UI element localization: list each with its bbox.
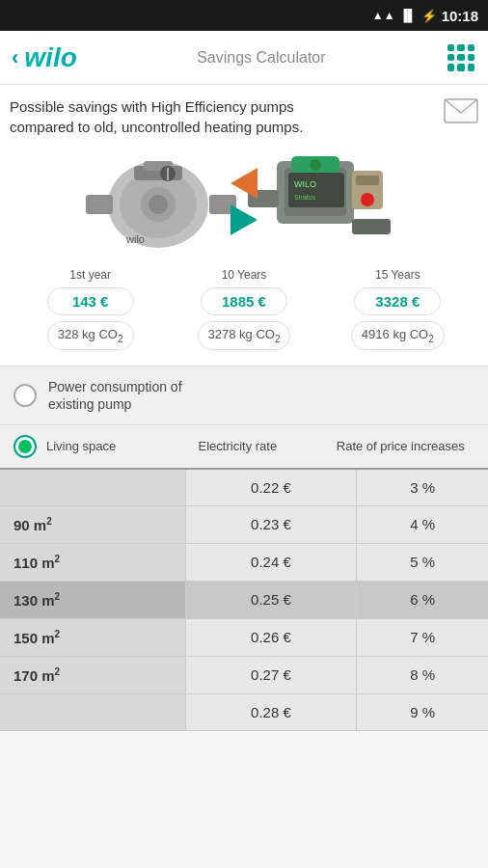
table-row[interactable]: 110 m20.24 €5 % (0, 543, 488, 581)
living-space-cell: 130 m2 (0, 581, 185, 618)
data-table: 0.22 €3 %90 m20.23 €4 %110 m20.24 €5 %13… (0, 470, 488, 731)
new-pump-image: WILO Stratos (248, 147, 402, 257)
battery-icon: ⚡ (421, 9, 437, 23)
living-space-cell: 90 m2 (0, 505, 185, 543)
selector-label-rate[interactable]: Electricity rate (199, 439, 337, 453)
old-pump-image: wilo (86, 147, 240, 257)
email-button[interactable] (444, 98, 478, 127)
electricity-rate-cell: 0.23 € (185, 505, 356, 543)
savings-euro-1: 143 € (47, 287, 134, 315)
savings-co2-15: 4916 kg CO2 (351, 321, 445, 350)
year-label-10: 10 Years (222, 268, 267, 282)
price-increase-cell: 5 % (357, 543, 488, 581)
savings-euro-15: 3328 € (354, 287, 441, 315)
electricity-rate-cell: 0.27 € (185, 656, 356, 693)
price-increase-cell: 7 % (357, 618, 488, 656)
svg-point-15 (310, 159, 321, 171)
selector-labels: Living space Electricity rate Rate of pr… (46, 439, 474, 453)
table-row[interactable]: 0.28 €9 % (0, 693, 488, 730)
power-label: Power consumption of existing pump (48, 378, 182, 413)
status-time: 10:18 (442, 8, 478, 24)
savings-co2-10: 3278 kg CO2 (198, 321, 291, 350)
svg-text:wilo: wilo (125, 233, 145, 245)
electricity-rate-cell: 0.28 € (185, 693, 356, 730)
electricity-rate-cell: 0.25 € (185, 581, 356, 618)
year-label-15: 15 Years (375, 268, 420, 282)
table-row[interactable]: 0.22 €3 % (0, 470, 488, 506)
living-space-cell: 150 m2 (0, 618, 185, 656)
selector-label-price[interactable]: Rate of price increases (337, 439, 474, 453)
description-text: Possible savings with High Efficiency pu… (10, 96, 303, 137)
table-row[interactable]: 90 m20.23 €4 % (0, 505, 488, 543)
description-line1: Possible savings with High Efficiency pu… (10, 96, 303, 117)
wifi-icon: ▲▲ (372, 9, 395, 22)
header-left: ‹ wilo (12, 42, 77, 73)
electricity-rate-cell: 0.22 € (185, 470, 356, 506)
svg-rect-17 (356, 176, 379, 185)
arrow-right-icon (230, 204, 258, 235)
living-space-cell (0, 693, 185, 730)
arrow-left-icon (230, 168, 258, 199)
price-increase-cell: 9 % (357, 693, 488, 730)
signal-icon: ▐▌ (400, 9, 417, 22)
savings-col-1year: 1st year 143 € 328 kg CO2 (14, 268, 167, 350)
power-radio-button[interactable] (14, 384, 37, 407)
svg-point-18 (361, 193, 374, 206)
savings-col-10year: 10 Years 1885 € 3278 kg CO2 (167, 268, 320, 350)
pump-comparison: wilo (10, 137, 478, 264)
radio-dot (18, 440, 32, 453)
svg-text:WILO: WILO (294, 179, 316, 189)
savings-euro-10: 1885 € (201, 287, 287, 315)
svg-point-8 (149, 195, 168, 214)
table-row[interactable]: 150 m20.26 €7 % (0, 618, 488, 656)
status-bar: ▲▲ ▐▌ ⚡ 10:18 (0, 0, 488, 31)
pump-arrows (230, 168, 258, 235)
living-space-radio[interactable] (14, 435, 37, 458)
price-increase-cell: 6 % (357, 581, 488, 618)
back-button[interactable]: ‹ (12, 45, 18, 70)
savings-col-15year: 15 Years 3328 € 4916 kg CO2 (321, 268, 474, 350)
savings-table: 1st year 143 € 328 kg CO2 10 Years 1885 … (10, 264, 478, 358)
selector-label-space[interactable]: Living space (46, 439, 199, 453)
table-row[interactable]: 130 m20.25 €6 % (0, 581, 488, 618)
app-logo: wilo (24, 42, 76, 73)
living-space-cell (0, 470, 185, 506)
selector-row[interactable]: Living space Electricity rate Rate of pr… (0, 425, 488, 470)
electricity-rate-cell: 0.24 € (185, 543, 356, 581)
svg-rect-5 (86, 195, 113, 214)
year-label-1: 1st year (69, 268, 111, 282)
savings-co2-1: 328 kg CO2 (47, 321, 134, 350)
status-icons: ▲▲ ▐▌ ⚡ 10:18 (372, 8, 478, 24)
grid-menu-button[interactable] (446, 42, 476, 73)
svg-text:Stratos: Stratos (294, 194, 316, 201)
description-line2: compared to old, uncontrolled heating pu… (10, 117, 303, 137)
price-increase-cell: 8 % (357, 656, 488, 693)
table-row[interactable]: 170 m20.27 €8 % (0, 656, 488, 693)
screen-title: Savings Calculator (197, 49, 325, 67)
svg-rect-20 (352, 219, 391, 234)
price-increase-cell: 4 % (357, 505, 488, 543)
living-space-cell: 170 m2 (0, 656, 185, 693)
electricity-rate-cell: 0.26 € (185, 618, 356, 656)
power-consumption-row[interactable]: Power consumption of existing pump (0, 366, 488, 425)
main-content: Possible savings with High Efficiency pu… (0, 85, 488, 366)
living-space-cell: 110 m2 (0, 543, 185, 581)
svg-rect-21 (288, 173, 344, 207)
app-header: ‹ wilo Savings Calculator (0, 31, 488, 85)
price-increase-cell: 3 % (357, 470, 488, 506)
